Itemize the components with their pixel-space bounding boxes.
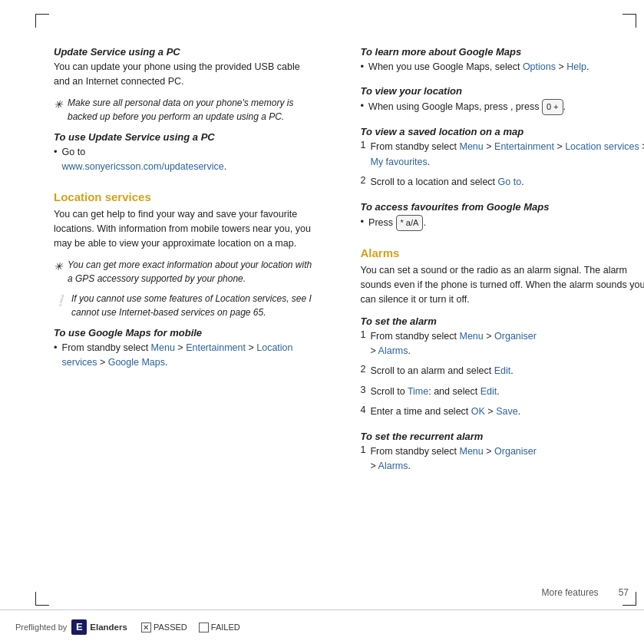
key-icon-star: * a/A — [396, 215, 424, 231]
tip1-text: Make sure all personal data on your phon… — [68, 96, 316, 124]
sun-icon-2: ✳ — [54, 259, 63, 275]
entertainment-link-2: Entertainment — [494, 141, 554, 152]
edit-link-1: Edit — [494, 365, 511, 376]
save-link: Save — [496, 406, 518, 417]
location-services-heading: Location services — [54, 190, 316, 203]
alarms-link-1: Alarms — [378, 345, 408, 356]
saved-step-2-text: Scroll to a location and select Go to. — [370, 175, 523, 190]
saved-step-2: 2 Scroll to a location and select Go to. — [361, 175, 644, 193]
tip1-note: ✳ Make sure all personal data on your ph… — [54, 96, 316, 124]
my-favourites-link: My favourites — [370, 157, 427, 167]
corner-mark-bl — [35, 592, 49, 606]
to-use-update-heading: To use Update Service using a PC — [54, 131, 316, 143]
alarm-num-4: 4 — [361, 405, 366, 415]
right-column: To learn more about Google Maps • When y… — [353, 38, 644, 602]
alarm-step-2-text: Scroll to an alarm and select Edit. — [370, 364, 513, 378]
more-features-label: More features — [542, 587, 599, 598]
help-link: Help — [566, 61, 586, 72]
to-set-recurrent-heading: To set the recurrent alarm — [361, 431, 644, 442]
alarm-num-1: 1 — [361, 329, 366, 340]
note1-text: If you cannot use some features of Locat… — [71, 292, 316, 319]
num-2: 2 — [361, 175, 366, 186]
go-to-link: Go to — [498, 177, 522, 187]
alarm-num-2: 2 — [361, 364, 366, 375]
bullet-symbol-5: • — [361, 216, 365, 227]
content-area: Update Service using a PC You can update… — [54, 38, 629, 602]
press-bullet: • Press * a/A. — [361, 215, 644, 234]
corner-mark-tl — [35, 14, 49, 28]
exclaim-icon: ❕ — [54, 292, 67, 309]
organiser-link-1: Organiser — [494, 331, 537, 342]
learn-bullet: • When you use Google Maps, select Optio… — [361, 60, 644, 78]
to-access-favourites-heading: To access favourites from Google Maps — [361, 201, 644, 213]
ok-link: OK — [471, 406, 485, 417]
note1: ❕ If you cannot use some features of Loc… — [54, 292, 316, 319]
elanders-icon: E — [71, 619, 87, 635]
menu-link-3: Menu — [460, 331, 484, 342]
view-location-bullet: • When using Google Maps, press , press … — [361, 99, 644, 118]
google-maps-text: From standby select Menu > Entertainment… — [62, 341, 316, 371]
alarms-body: You can set a sound or the radio as an a… — [361, 263, 644, 308]
bullet-symbol-2: • — [54, 342, 58, 353]
from-standby-1: From standby select — [62, 342, 149, 353]
goto-label: Go to — [62, 147, 86, 157]
alarm-step-1: 1 From standby select Menu > Organiser >… — [361, 329, 644, 362]
bullet-symbol-4: • — [361, 100, 365, 111]
num-1: 1 — [361, 140, 366, 150]
passed-label: PASSED — [154, 623, 187, 632]
update-service-body: You can update your phone using the prov… — [54, 60, 316, 90]
footer-left: Preflighted by E Elanders ✕ PASSED FAILE… — [15, 619, 240, 635]
preflighted-label: Preflighted by — [15, 623, 67, 632]
learn-text: When you use Google Maps, select Options… — [368, 60, 589, 74]
page-container: Update Service using a PC You can update… — [0, 0, 644, 644]
alarms-heading: Alarms — [361, 246, 644, 259]
location-services-body: You can get help to find your way and sa… — [54, 207, 316, 252]
failed-checkbox — [199, 623, 209, 632]
menu-link-1: Menu — [151, 342, 175, 353]
saved-step-1-text: From standby select Menu > Entertainment… — [370, 140, 644, 170]
goto-text: Go to www.sonyericsson.com/updateservice… — [62, 145, 227, 175]
recurrent-num-1: 1 — [361, 444, 366, 455]
bullet-symbol: • — [54, 146, 58, 157]
sun-icon: ✳ — [54, 97, 63, 113]
time-link: Time — [408, 386, 428, 397]
alarm-step-4: 4 Enter a time and select OK > Save. — [361, 405, 644, 422]
tip2-text: You can get more exact information about… — [68, 258, 316, 286]
left-column: Update Service using a PC You can update… — [54, 38, 330, 602]
google-maps-bullet: • From standby select Menu > Entertainme… — [54, 341, 316, 374]
press-text: Press * a/A. — [368, 215, 426, 231]
edit-link-2: Edit — [481, 386, 497, 397]
alarms-link-2: Alarms — [378, 461, 408, 471]
passed-checkbox: ✕ — [141, 623, 151, 632]
update-service-heading: Update Service using a PC — [54, 46, 316, 58]
page-number-area: More features 57 — [542, 587, 629, 598]
to-use-google-maps-heading: To use Google Maps for mobile — [54, 327, 316, 339]
to-set-alarm-heading: To set the alarm — [361, 315, 644, 327]
entertainment-link-1: Entertainment — [186, 342, 246, 353]
alarm-step-3-text: Scroll to Time: and select Edit. — [370, 385, 499, 399]
corner-mark-tr — [623, 14, 636, 28]
footer-bar: Preflighted by E Elanders ✕ PASSED FAILE… — [0, 609, 644, 644]
to-view-location-heading: To view your location — [361, 85, 644, 97]
organiser-link-2: Organiser — [494, 446, 537, 457]
google-maps-link: Google Maps — [108, 357, 165, 368]
alarm-step-4-text: Enter a time and select OK > Save. — [370, 405, 520, 419]
failed-box: FAILED — [199, 623, 240, 632]
to-view-saved-heading: To view a saved location on a map — [361, 126, 644, 137]
goto-bullet: • Go to www.sonyericsson.com/updateservi… — [54, 145, 316, 178]
recurrent-step-1: 1 From standby select Menu > Organiser >… — [361, 444, 644, 477]
options-link: Options — [523, 61, 556, 72]
bullet-symbol-3: • — [361, 61, 365, 72]
footer-logo: E Elanders — [71, 619, 127, 635]
to-learn-google-maps-heading: To learn more about Google Maps — [361, 46, 644, 58]
tip2-note: ✳ You can get more exact information abo… — [54, 258, 316, 286]
key-icon-zero: 0 + — [542, 99, 563, 115]
passed-box: ✕ PASSED — [141, 623, 187, 632]
view-location-text: When using Google Maps, press , press 0 … — [368, 99, 566, 115]
location-services-link-2: Location services — [565, 141, 639, 152]
menu-link-4: Menu — [460, 446, 484, 457]
recurrent-step-1-text: From standby select Menu > Organiser > A… — [370, 444, 536, 474]
failed-label: FAILED — [211, 623, 240, 632]
elanders-name: Elanders — [90, 623, 127, 632]
update-url: www.sonyericsson.com/updateservice — [62, 161, 224, 172]
